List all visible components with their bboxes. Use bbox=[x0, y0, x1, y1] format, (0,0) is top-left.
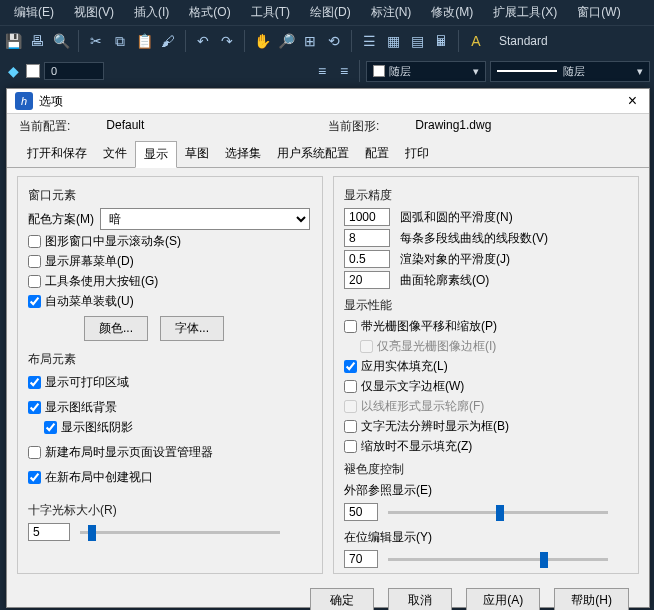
tab-open-save[interactable]: 打开和保存 bbox=[19, 141, 95, 167]
text-style-icon[interactable]: A bbox=[467, 32, 485, 50]
arc-smooth-label: 圆弧和圆的平滑度(N) bbox=[400, 209, 513, 226]
pline-segs-label: 每条多段线曲线的线段数(V) bbox=[400, 230, 548, 247]
layout-elements-title: 布局元素 bbox=[28, 351, 312, 368]
create-vp-check[interactable] bbox=[28, 471, 41, 484]
menu-window[interactable]: 窗口(W) bbox=[567, 2, 630, 23]
large-buttons-check[interactable] bbox=[28, 275, 41, 288]
color-scheme-label: 配色方案(M) bbox=[28, 211, 94, 228]
xref-fade-slider[interactable] bbox=[388, 503, 608, 521]
zoom-fill-check[interactable] bbox=[344, 440, 357, 453]
menu-dim[interactable]: 标注(N) bbox=[361, 2, 422, 23]
wireframe-check bbox=[344, 400, 357, 413]
raster-frame-check bbox=[360, 340, 373, 353]
menu-modify[interactable]: 修改(M) bbox=[421, 2, 483, 23]
window-elements-title: 窗口元素 bbox=[28, 187, 312, 204]
app-icon: h bbox=[15, 92, 33, 110]
xref-fade-label: 外部参照显示(E) bbox=[344, 482, 628, 499]
options-dialog: h 选项 × 当前配置: Default 当前图形: Drawing1.dwg … bbox=[6, 88, 650, 608]
left-panel: 窗口元素 配色方案(M) 暗 图形窗口中显示滚动条(S) 显示屏幕菜单(D) 工… bbox=[17, 176, 323, 574]
solid-fill-check[interactable] bbox=[344, 360, 357, 373]
profile-value: Default bbox=[106, 118, 144, 135]
colors-button[interactable]: 颜色... bbox=[84, 316, 148, 341]
render-smooth-input[interactable] bbox=[344, 250, 390, 268]
text-frame-check[interactable] bbox=[344, 380, 357, 393]
inplace-fade-slider[interactable] bbox=[388, 550, 608, 568]
page-setup-mgr-check[interactable] bbox=[28, 446, 41, 459]
menu-format[interactable]: 格式(O) bbox=[179, 2, 240, 23]
paper-bg-check[interactable] bbox=[28, 401, 41, 414]
zoom-icon[interactable]: 🔎 bbox=[277, 32, 295, 50]
text-box-check[interactable] bbox=[344, 420, 357, 433]
arc-smooth-input[interactable] bbox=[344, 208, 390, 226]
dialog-titlebar: h 选项 × bbox=[7, 89, 649, 114]
tab-userpref[interactable]: 用户系统配置 bbox=[269, 141, 357, 167]
menu-extend[interactable]: 扩展工具(X) bbox=[483, 2, 567, 23]
menubar: 编辑(E) 视图(V) 插入(I) 格式(O) 工具(T) 绘图(D) 标注(N… bbox=[0, 0, 654, 25]
toolpal-icon[interactable]: ▤ bbox=[408, 32, 426, 50]
preview-icon[interactable]: 🔍 bbox=[52, 32, 70, 50]
toolbar-main: 💾 🖶 🔍 ✂ ⧉ 📋 🖌 ↶ ↷ ✋ 🔎 ⊞ ⟲ ☰ ▦ ▤ 🖩 A Stan… bbox=[0, 25, 654, 56]
lineweight-input[interactable] bbox=[44, 62, 104, 80]
color-swatch[interactable] bbox=[26, 64, 40, 78]
copy-icon[interactable]: ⧉ bbox=[111, 32, 129, 50]
tab-files[interactable]: 文件 bbox=[95, 141, 135, 167]
text-style-value[interactable]: Standard bbox=[491, 34, 556, 48]
chevron-down-icon: ▾ bbox=[473, 65, 479, 78]
contour-lines-input[interactable] bbox=[344, 271, 390, 289]
dialog-footer: 确定 取消 应用(A) 帮助(H) bbox=[7, 582, 649, 610]
tab-selection[interactable]: 选择集 bbox=[217, 141, 269, 167]
menu-edit[interactable]: 编辑(E) bbox=[4, 2, 64, 23]
tab-print[interactable]: 打印 bbox=[397, 141, 437, 167]
linetype-bylayer-select[interactable]: 随层 ▾ bbox=[490, 61, 650, 82]
apply-button[interactable]: 应用(A) bbox=[466, 588, 540, 610]
tab-sketch[interactable]: 草图 bbox=[177, 141, 217, 167]
zoom-win-icon[interactable]: ⊞ bbox=[301, 32, 319, 50]
crosshair-value[interactable] bbox=[28, 523, 70, 541]
print-icon[interactable]: 🖶 bbox=[28, 32, 46, 50]
raster-pan-check[interactable] bbox=[344, 320, 357, 333]
pan-icon[interactable]: ✋ bbox=[253, 32, 271, 50]
color-scheme-select[interactable]: 暗 bbox=[100, 208, 310, 230]
menu-insert[interactable]: 插入(I) bbox=[124, 2, 179, 23]
cut-icon[interactable]: ✂ bbox=[87, 32, 105, 50]
save-icon[interactable]: 💾 bbox=[4, 32, 22, 50]
close-button[interactable]: × bbox=[624, 92, 641, 110]
help-button[interactable]: 帮助(H) bbox=[554, 588, 629, 610]
display-perf-title: 显示性能 bbox=[344, 297, 628, 314]
paper-shadow-check[interactable] bbox=[44, 421, 57, 434]
scrollbars-check[interactable] bbox=[28, 235, 41, 248]
layer-list-icon[interactable]: ≡ bbox=[313, 62, 331, 80]
undo-icon[interactable]: ↶ bbox=[194, 32, 212, 50]
redo-icon[interactable]: ↷ bbox=[218, 32, 236, 50]
cancel-button[interactable]: 取消 bbox=[388, 588, 452, 610]
match-icon[interactable]: 🖌 bbox=[159, 32, 177, 50]
layer-icon[interactable]: ◆ bbox=[4, 62, 22, 80]
props-icon[interactable]: ☰ bbox=[360, 32, 378, 50]
display-precision-title: 显示精度 bbox=[344, 187, 628, 204]
profile-label: 当前配置: bbox=[19, 118, 70, 135]
tab-display[interactable]: 显示 bbox=[135, 141, 177, 168]
auto-menu-check[interactable] bbox=[28, 295, 41, 308]
pline-segs-input[interactable] bbox=[344, 229, 390, 247]
tab-profiles[interactable]: 配置 bbox=[357, 141, 397, 167]
xref-fade-input[interactable] bbox=[344, 503, 378, 521]
layer-list2-icon[interactable]: ≡ bbox=[335, 62, 353, 80]
menu-view[interactable]: 视图(V) bbox=[64, 2, 124, 23]
paste-icon[interactable]: 📋 bbox=[135, 32, 153, 50]
ok-button[interactable]: 确定 bbox=[310, 588, 374, 610]
menu-draw[interactable]: 绘图(D) bbox=[300, 2, 361, 23]
dialog-title: 选项 bbox=[39, 93, 624, 110]
contour-lines-label: 曲面轮廓素线(O) bbox=[400, 272, 489, 289]
dc-icon[interactable]: ▦ bbox=[384, 32, 402, 50]
zoom-prev-icon[interactable]: ⟲ bbox=[325, 32, 343, 50]
color-bylayer-select[interactable]: 随层 ▾ bbox=[366, 61, 486, 82]
menu-tools[interactable]: 工具(T) bbox=[241, 2, 300, 23]
screenmenu-check[interactable] bbox=[28, 255, 41, 268]
fonts-button[interactable]: 字体... bbox=[160, 316, 224, 341]
crosshair-label: 十字光标大小(R) bbox=[28, 502, 312, 519]
crosshair-slider[interactable] bbox=[80, 523, 280, 541]
inplace-fade-input[interactable] bbox=[344, 550, 378, 568]
calc-icon[interactable]: 🖩 bbox=[432, 32, 450, 50]
printable-area-check[interactable] bbox=[28, 376, 41, 389]
drawing-value: Drawing1.dwg bbox=[415, 118, 491, 135]
